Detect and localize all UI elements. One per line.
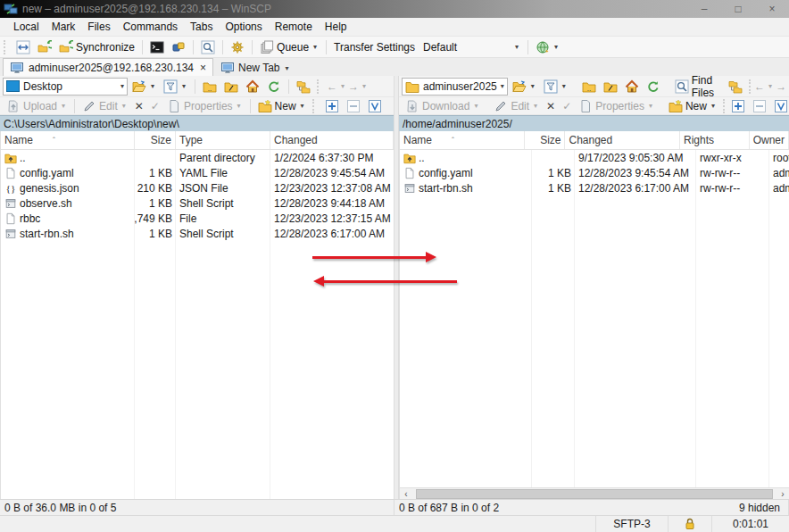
file-name-cell: config.yaml [1,165,135,180]
delete-button[interactable]: ✕ [544,100,558,112]
upload-button[interactable]: Upload▾ [4,99,70,113]
menu-remote[interactable]: Remote [269,21,319,33]
select-remove-button[interactable] [750,99,769,113]
local-path-bar[interactable]: C:\Users\Administrator\Desktop\new\ [0,115,394,131]
remote-file-toolbar: Download▾ Edit▾ ✕ ✓ Properties▾ New▾ [399,97,789,115]
sync-browsing-button[interactable] [35,39,54,55]
local-directory-dropdown[interactable]: Desktop ▾ [3,78,128,96]
file-row[interactable]: genesis.json210 KBJSON File12/23/2023 12… [1,180,394,195]
forward-icon[interactable]: → [776,80,786,93]
remote-refresh-button[interactable] [644,79,663,95]
file-row[interactable]: start-rbn.sh1 KB12/28/2023 6:17:00 AMrw-… [400,180,789,195]
local-root-dir-button[interactable] [221,79,241,95]
column-header-rights[interactable]: Rights [680,131,750,149]
queue-button[interactable]: Queue ▾ [257,39,321,55]
local-file-toolbar: Upload▾ Edit▾ ✕ ✓ Properties▾ New▾ [0,97,394,115]
remote-home-button[interactable] [622,79,642,95]
file-type-cell: JSON File [176,180,270,195]
rename-button[interactable]: ✓ [560,100,574,112]
file-row[interactable]: ..Parent directory1/2/2024 6:37:30 PM [1,150,394,165]
addons-button[interactable] [169,39,188,55]
remote-tree-button[interactable] [726,79,745,95]
lock-icon [683,517,697,531]
menu-help[interactable]: Help [319,21,353,33]
back-icon[interactable]: ← [327,80,337,93]
menu-options[interactable]: Options [219,21,268,33]
close-button[interactable]: × [755,0,789,18]
script-icon [403,182,416,195]
forward-icon[interactable]: → [348,80,359,93]
remote-root-dir-button[interactable] [601,79,620,95]
file-name-cell: rbbc [1,211,135,226]
file-rights-cell: rw-rw-r-- [696,180,769,195]
file-row[interactable]: rbbc36,749 KBFile12/23/2023 12:37:15 AM [1,211,394,226]
menu-tabs[interactable]: Tabs [184,21,219,33]
tab-close-icon[interactable]: × [200,62,206,74]
local-parent-dir-button[interactable] [200,79,220,95]
session-tab-active[interactable]: adminuser2025@192.168.230.134 × [3,58,213,77]
column-header-owner[interactable]: Owner [750,131,789,149]
maximize-button[interactable]: □ [721,0,755,18]
select-invert-button[interactable] [771,99,789,113]
refresh-session-button[interactable] [198,39,218,55]
back-icon[interactable]: ← [754,80,765,93]
column-header-name[interactable]: Nameˆ [1,131,135,149]
edit-button[interactable]: Edit▾ [79,99,130,113]
column-header-size[interactable]: Size [525,131,566,149]
column-header-changed[interactable]: Changed [270,131,394,149]
download-button[interactable]: Download▾ [403,99,482,113]
sync-transfer-settings-button[interactable]: ▾ [533,39,562,55]
column-header-name[interactable]: Nameˆ [400,131,525,149]
horizontal-scrollbar[interactable]: ‹ › [400,487,789,500]
open-terminal-button[interactable] [147,39,167,55]
scrollbar-thumb[interactable] [416,489,773,499]
local-tree-button[interactable] [294,79,313,95]
select-add-button[interactable] [728,99,748,113]
properties-button[interactable]: Properties▾ [576,99,657,113]
local-filter-button[interactable]: ▾ [161,79,190,95]
protocol-indicator[interactable]: SFTP-3 [595,516,668,532]
swap-panels-button[interactable] [13,39,33,55]
new-tab-button[interactable]: New Tab ▾ [213,59,298,77]
remote-directory-label: adminuser2025 [423,80,497,93]
file-row[interactable]: start-rbn.sh1 KBShell Script12/28/2023 6… [1,226,394,241]
select-add-button[interactable] [322,99,342,113]
remote-filter-button[interactable]: ▾ [541,79,570,95]
find-files-button[interactable]: Find Files [672,73,717,100]
minimize-button[interactable]: – [687,0,721,18]
menu-mark[interactable]: Mark [46,21,82,33]
file-row[interactable]: config.yaml1 KB12/28/2023 9:45:54 AMrw-r… [400,165,789,180]
remote-parent-dir-button[interactable] [579,79,599,95]
rename-button[interactable]: ✓ [148,100,162,112]
file-type-cell: YAML File [176,165,270,180]
column-header-type[interactable]: Type [176,131,270,149]
file-row[interactable]: config.yaml1 KBYAML File12/28/2023 9:45:… [1,165,394,180]
local-refresh-button[interactable] [264,79,284,95]
remote-directory-dropdown[interactable]: adminuser2025 ▾ [402,78,508,96]
menu-commands[interactable]: Commands [117,21,184,33]
select-remove-button[interactable] [344,99,363,113]
new-button[interactable]: New▾ [666,99,719,113]
remote-path-bar[interactable]: /home/adminuser2025/ [399,115,789,131]
menu-local[interactable]: Local [7,21,46,33]
column-header-size[interactable]: Size [135,131,176,149]
select-invert-button[interactable] [365,99,385,113]
local-home-button[interactable] [243,79,262,95]
file-row[interactable]: observe.sh1 KBShell Script12/28/2023 9:4… [1,195,394,211]
column-header-changed[interactable]: Changed [565,131,680,149]
file-size-cell: 1 KB [135,165,176,180]
new-button[interactable]: New▾ [255,99,309,113]
synchronize-button[interactable]: Synchronize [56,39,137,55]
local-open-directory-button[interactable]: ▾ [129,79,159,95]
chevron-down-icon: ▾ [284,64,291,72]
properties-button[interactable]: Properties▾ [164,99,245,113]
remote-open-directory-button[interactable]: ▾ [510,79,539,95]
upload-label: Upload [23,100,57,112]
preferences-button[interactable] [228,39,247,55]
delete-button[interactable]: ✕ [132,100,146,112]
encryption-indicator[interactable] [668,516,711,532]
edit-button[interactable]: Edit▾ [491,99,542,113]
transfer-settings-button[interactable]: Transfer Settings Default ▾ [331,40,523,54]
menu-files[interactable]: Files [81,21,116,33]
file-row[interactable]: ..9/17/2023 9:05:30 AMrwxr-xr-xroot [400,150,789,165]
